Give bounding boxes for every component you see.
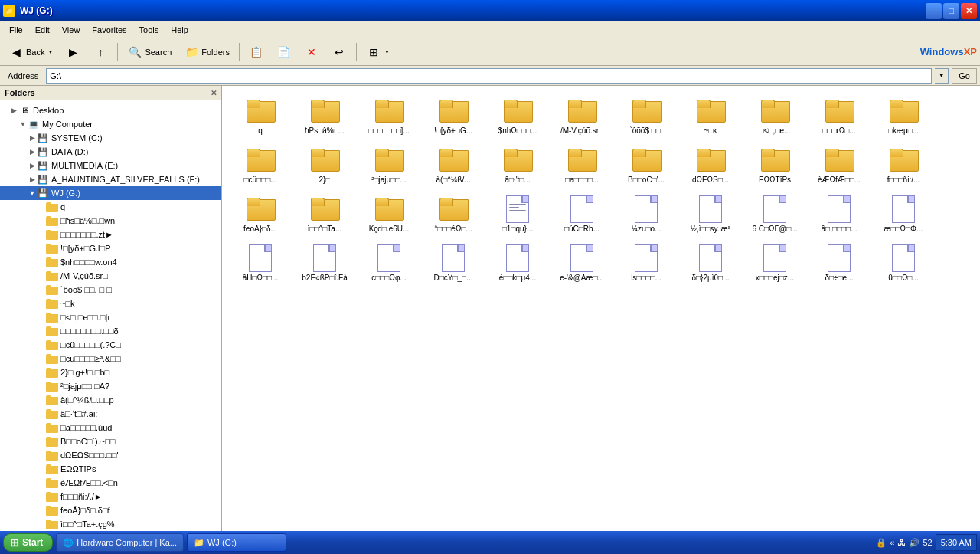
folder-item[interactable]: □□□□□□□]... [358, 93, 420, 139]
folders-close-button[interactable]: ✕ [211, 89, 217, 97]
tree-item-sub20[interactable]: èÆΩfÆ□□.<□n [0, 476, 221, 490]
folder-item[interactable]: □cü□□□... [230, 143, 291, 188]
folder-item[interactable]: feoÅ}□δ... [230, 192, 291, 238]
folder-item[interactable]: Kçd□.e6U... [358, 192, 420, 238]
menu-help[interactable]: Help [165, 24, 194, 36]
tree-item-sub11[interactable]: □cü□□□□≥ª.&□□ [0, 352, 221, 366]
maximize-button[interactable]: □ [943, 3, 959, 19]
delete-button[interactable]: ✕ [299, 41, 325, 63]
tree-item-sub2[interactable]: □□□□□□□.zt► [0, 228, 221, 241]
doc-item[interactable]: e-'&@Åæ□... [551, 241, 612, 287]
folder-item[interactable]: /M-V,çúõ.sr□ [551, 93, 612, 139]
doc-item[interactable]: b2É«ßP□î.Fà [294, 241, 355, 287]
folder-item[interactable]: q [230, 93, 291, 139]
move-to-button[interactable]: 📋 [243, 41, 270, 63]
folder-item[interactable]: □kæμ□... [873, 93, 934, 139]
folder-item[interactable]: ì□□^□Ta... [294, 192, 355, 238]
tree-item-sub18[interactable]: dΩEΩS□□□.□□' [0, 448, 221, 462]
folder-item[interactable]: dΩEΩS□... [680, 143, 741, 188]
folder-item[interactable]: à(□^¼ß/... [423, 143, 484, 188]
tree-item-sub4[interactable]: $nh□□□□w.on4 [0, 255, 221, 269]
doc-item[interactable]: δ□}2μìθ□... [680, 241, 741, 287]
doc-item[interactable]: ls□□□□... [616, 241, 677, 287]
go-button[interactable]: Go [952, 68, 977, 84]
folder-item[interactable]: EΩΩTîPs [744, 143, 805, 188]
folder-item[interactable]: $nhΩ□□□... [487, 93, 548, 139]
tree-item-sub23[interactable]: ì□□^□Ta+.çg% [0, 517, 221, 531]
tree-item-sub8[interactable]: □<□,□e□□.□|r [0, 310, 221, 324]
back-button[interactable]: ◀ Back ▼ [3, 41, 58, 63]
folders-button[interactable]: 📁 Folders [178, 41, 235, 63]
tree-item-sub3[interactable]: !□[yδ+□G.l□P [0, 241, 221, 255]
doc-item[interactable]: θ□□Ω□... [873, 241, 934, 287]
tree-item-sub17[interactable]: B□□oC□`).~□□ [0, 434, 221, 448]
tree-item-q[interactable]: q [0, 200, 221, 214]
doc-item[interactable]: c□□□Ωφ... [358, 241, 420, 287]
tree-item-sub9[interactable]: □□□□□□□□.□□δ [0, 324, 221, 338]
doc-item[interactable]: 6 C□ΩΓ@□... [744, 192, 805, 238]
tree-item-system_c[interactable]: ▶💾SYSTEM (C:) [0, 131, 221, 145]
menu-edit[interactable]: Edit [29, 24, 56, 36]
tree-item-sub19[interactable]: EΩΩTîPs [0, 462, 221, 476]
folder-item[interactable]: ħPs□â%□... [294, 93, 355, 139]
tree-item-sub7[interactable]: ~□k [0, 297, 221, 310]
folder-item[interactable]: □a□□□□... [551, 143, 612, 188]
menu-favorites[interactable]: Favorites [86, 24, 132, 36]
doc-item[interactable]: â□,□□□□... [808, 192, 870, 238]
doc-item[interactable]: é□□k□μ4... [487, 241, 548, 287]
folder-item[interactable]: □□□rΩ□... [808, 93, 870, 139]
address-input[interactable] [46, 68, 932, 84]
search-button[interactable]: 🔍 Search [122, 41, 177, 63]
folder-item[interactable]: èÆΩfÆ□□... [808, 143, 870, 188]
folder-item[interactable]: 2}□ [294, 143, 355, 188]
tree-item-sub14[interactable]: à(□^¼ß/□.□□p [0, 393, 221, 407]
doc-item[interactable]: x□□□ej□z... [744, 241, 805, 287]
up-button[interactable]: ↑ [87, 41, 113, 63]
tree-item-data_d[interactable]: ▶💾DATA (D:) [0, 145, 221, 159]
doc-item[interactable]: D□cY□_□... [423, 241, 484, 287]
folder-item[interactable]: â□·'t□... [487, 143, 548, 188]
folder-item[interactable]: °□□□éΩ□... [423, 192, 484, 238]
address-dropdown[interactable]: ▼ [935, 68, 949, 84]
folder-item[interactable]: □<□,□e... [744, 93, 805, 139]
taskbar-task-explorer[interactable]: 📁 WJ (G:) [187, 533, 286, 552]
folder-item[interactable]: B□□oC□'... [616, 143, 677, 188]
menu-tools[interactable]: Tools [133, 24, 165, 36]
content-area[interactable]: q ħPs□â%□... □□□□□□□]... !□[yδ+□G... $nh… [222, 86, 980, 531]
tree-item-sub13[interactable]: ²□jajμ□□.□A? [0, 379, 221, 393]
doc-item[interactable]: □1□qu}... [487, 192, 548, 238]
tree-item-sub10[interactable]: □cü□□□□□(.?C□ [0, 338, 221, 352]
doc-item[interactable]: δ□÷□e... [808, 241, 870, 287]
views-button[interactable]: ⊞ ▼ [361, 41, 395, 63]
start-button[interactable]: ⊞ Start [3, 533, 53, 552]
menu-file[interactable]: File [3, 24, 29, 36]
tree-item-sub22[interactable]: feoÅ}□δ□.δ□f [0, 503, 221, 517]
tree-item-sub1[interactable]: □ħs□â%□.□wn [0, 214, 221, 228]
tree-item-multimedia_e[interactable]: ▶💾MULTIMEDIA (E:) [0, 159, 221, 172]
undo-button[interactable]: ↩ [326, 41, 352, 63]
doc-item[interactable]: ¼zu□o... [616, 192, 677, 238]
tree-item-sub16[interactable]: □a□□□□□.ùüd [0, 421, 221, 434]
close-button[interactable]: ✕ [961, 3, 977, 19]
forward-button[interactable]: ▶ [60, 41, 86, 63]
folder-item[interactable]: `ôõõ$ □□. [616, 93, 677, 139]
folders-tree[interactable]: ▶🖥Desktop▼💻My Computer▶💾SYSTEM (C:)▶💾DAT… [0, 100, 221, 531]
tree-item-mycomputer[interactable]: ▼💻My Computer [0, 117, 221, 131]
copy-to-button[interactable]: 📄 [271, 41, 297, 63]
menu-view[interactable]: View [56, 24, 87, 36]
tree-item-sub12[interactable]: 2}□ g+!□.□b□ [0, 366, 221, 379]
tree-item-haunting[interactable]: ▶💾A_HAUNTING_AT_SILVER_FALLS (F:) [0, 172, 221, 186]
taskbar-task-browser[interactable]: 🌐 Hardware Computer | Ka... [56, 533, 184, 552]
folder-item[interactable]: !□[yδ+□G... [423, 93, 484, 139]
tree-item-sub5[interactable]: /M-V,çúõ.sr□ [0, 269, 221, 283]
folder-item[interactable]: ~□k [680, 93, 741, 139]
doc-item[interactable]: æ□□Ω□Φ... [873, 192, 934, 238]
tree-item-wj_g[interactable]: ▼💾WJ (G:) [0, 186, 221, 200]
folder-item[interactable]: ²□jajμ□□... [358, 143, 420, 188]
tree-item-desktop[interactable]: ▶🖥Desktop [0, 103, 221, 117]
minimize-button[interactable]: ─ [926, 3, 942, 19]
doc-item[interactable]: □úC□Rb... [551, 192, 612, 238]
doc-item[interactable]: âH□Ω□□... [230, 241, 291, 287]
tree-item-sub6[interactable]: `ôõõ$ □□. □ □ [0, 283, 221, 297]
doc-item[interactable]: ½,ì□□sy.iæª [680, 192, 741, 238]
